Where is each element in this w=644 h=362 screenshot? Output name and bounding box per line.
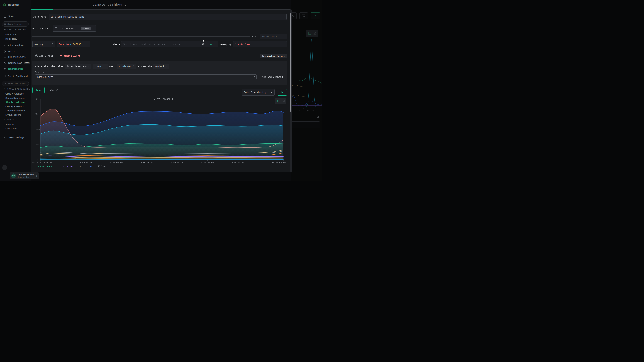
spinner-up-icon[interactable] [106,64,107,65]
sidebar-item-label: Dashboards [8,67,23,70]
play-icon [281,91,283,93]
preset-item[interactable]: Kubernetes [5,127,18,130]
sidebar-item-alerts[interactable]: Alerts [0,49,31,53]
dashboard-item[interactable]: My Dashboard [5,113,21,116]
sidebar-item-search[interactable]: Search [0,14,31,18]
field-name: Duration [59,43,70,46]
section-saved-searches[interactable]: SAVED SEARCHES [4,29,27,31]
alert-threshold-input[interactable]: 800 [93,64,108,69]
cancel-button[interactable]: Cancel [49,87,60,93]
chevron-down-icon [270,92,273,93]
filter-button[interactable] [300,12,308,19]
panel-scrollbar[interactable] [290,9,291,172]
chevron-down-icon [4,29,6,30]
sidebar-item-label: Chart Explorer [8,44,24,47]
dashboard-item-active[interactable]: Simple dashboard [5,101,26,104]
chevron-updown-icon [52,43,53,46]
dashboard-item[interactable]: ClickPy Analytics [5,105,24,108]
lucene-toggle[interactable]: Lucene [209,43,216,46]
window-via-label: window via [138,65,152,68]
data-source-select[interactable]: Demo Traces Schema [53,25,96,32]
brand[interactable]: HyperDX [0,3,31,7]
number-spinner[interactable] [105,64,108,69]
legend-item[interactable]: product-catalog [33,165,56,168]
saved-dashboards-input[interactable]: Saved Dashboards [2,81,29,86]
sidebar-item-client-sessions[interactable]: Client Sessions [0,55,31,59]
line-chart-icon [308,32,311,35]
webhook-select[interactable]: #demo-alerts [35,74,256,79]
sidebar-item-label: Team Settings [8,136,24,139]
background-mini-chart [292,36,322,113]
create-dashboard-label: Create Dashboard [8,75,28,78]
hyperdx-app: HyperDX Search Saved Searches SAVED SEAR… [0,0,322,181]
saved-search-item[interactable]: mikes alert [5,33,17,36]
legend-item[interactable]: shipping [59,165,73,168]
user-menu[interactable]: DM Dale McDiarmid demo-service - › [10,172,39,179]
schema-badge: Schema [81,27,90,30]
alert-channel-select[interactable]: Webhook [153,64,170,69]
scrollbar-thumb[interactable] [290,13,291,112]
mouse-cursor [202,39,206,44]
spinner-down-icon[interactable] [106,67,107,68]
dashboard-item[interactable]: Simple dashboard [5,109,25,112]
add-new-webhook-link[interactable]: Add New Webhook [262,76,283,78]
gear-icon [3,136,6,139]
toggle-divider: | [206,43,208,46]
search-journal-icon [3,15,6,18]
svg-text:7:00:00 AM: 7:00:00 AM [171,161,183,164]
field-expression-input[interactable]: Duration/1000000 [57,41,90,47]
remove-alert-button[interactable]: Remove Alert [60,54,80,57]
run-chart-button[interactable] [278,89,287,96]
dashboard-item[interactable]: ClickPy Analytics [5,92,24,95]
dashboard-item[interactable]: Simple Dashboard [5,97,25,99]
section-label: SAVED SEARCHES [7,29,27,31]
alert-condition-value: is at least (≥) [67,65,87,68]
svg-text:0: 0 [38,159,39,161]
section-presets[interactable]: PRESETS [4,119,17,121]
svg-text:400: 400 [35,128,39,131]
search-icon [4,82,6,85]
sidebar-item-dashboards[interactable]: Dashboards [0,67,31,71]
aggregation-select[interactable]: Average [32,41,55,47]
legend-item[interactable]: email [85,165,95,168]
sidebar-item-team-settings[interactable]: Team Settings [0,135,31,139]
granularity-select[interactable]: Auto Granularity [242,89,274,96]
section-label: PRESETS [7,119,17,121]
resize-handle-icon[interactable] [317,115,319,119]
background-panel-frame [290,121,320,129]
set-number-format-button[interactable]: Set number format [260,54,287,58]
chart-name-input[interactable]: Duration by Service Name [49,13,286,20]
save-button[interactable]: Save [32,87,44,93]
group-by-value: ServiceName [235,43,250,46]
series-alias-input[interactable]: Series alias [260,34,287,39]
sidebar-item-chart-explorer[interactable]: Chart Explorer [0,44,31,47]
legend-more-link[interactable]: +12 more [98,165,108,168]
play-icon [314,15,317,17]
page-title: Simple dashboard [92,2,127,6]
legend-item[interactable]: ad [76,165,82,168]
sidebar-collapse-button[interactable] [34,2,39,7]
chevron-updown-icon [133,65,134,68]
saved-searches-input[interactable]: Saved Searches [2,21,29,27]
preview-chart: 0200400600800Nov 6 2:30:00 AM4:00:00 AM5… [31,97,288,165]
svg-text:600: 600 [35,113,39,115]
svg-text:6:00:00 AM: 6:00:00 AM [140,161,153,164]
group-by-input[interactable]: ServiceName [233,41,287,47]
help-button[interactable]: ? [2,165,7,170]
add-series-button[interactable]: Add Series [35,54,53,57]
saved-dashboards-placeholder: Saved Dashboards [7,82,26,85]
service-map-icon [3,62,6,64]
create-dashboard-button[interactable]: Create Dashboard [0,74,31,78]
saved-search-item[interactable]: mikes tets2 [5,37,17,40]
section-saved-dashboards[interactable]: SAVED DASHBOARDS [4,88,30,90]
sidebar-item-service-map[interactable]: Service Map BETA [0,61,31,65]
alert-window-select[interactable]: 30 minute [117,64,136,69]
background-x-axis-label: 10:35:00 AM [292,109,320,112]
over-label: over [109,65,115,68]
beta-badge: BETA [24,62,30,64]
preset-item[interactable]: Services [5,123,15,126]
chevron-updown-icon [92,27,94,30]
user-org: demo-service - [18,176,34,178]
run-query-button[interactable] [311,12,320,19]
alert-condition-select[interactable]: is at least (≥) [65,64,92,69]
